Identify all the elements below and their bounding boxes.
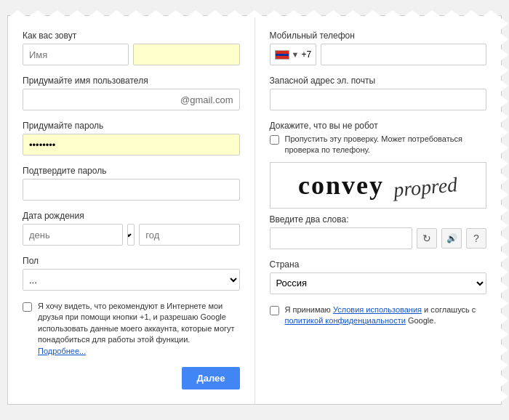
social-link[interactable]: Подробнее... bbox=[38, 347, 86, 355]
torn-edge bbox=[498, 16, 508, 404]
audio-icon: 🔊 bbox=[446, 233, 457, 243]
confirm-label: Подтвердите пароль bbox=[23, 166, 240, 176]
backup-email-input[interactable] bbox=[270, 89, 487, 110]
russia-flag-icon bbox=[275, 50, 289, 60]
phone-label: Мобильный телефон bbox=[270, 31, 487, 41]
captcha-help-button[interactable]: ? bbox=[466, 228, 486, 249]
social-checkbox[interactable] bbox=[23, 302, 32, 312]
username-label: Придумайте имя пользователя bbox=[23, 76, 240, 86]
terms-text: Я принимаю Условия использования и согла… bbox=[285, 304, 487, 327]
gender-select[interactable]: ... Мужской Женский bbox=[23, 269, 240, 291]
backup-email-label: Запасной адрес эл. почты bbox=[270, 76, 487, 86]
birth-day-input[interactable] bbox=[23, 224, 123, 246]
terms-link1[interactable]: Условия использования bbox=[333, 305, 422, 314]
country-select[interactable]: Россия США Германия Франция Другая bbox=[270, 272, 487, 294]
next-button[interactable]: Далее bbox=[182, 367, 239, 389]
captcha-audio-button[interactable]: 🔊 bbox=[441, 228, 462, 249]
gender-label: Пол bbox=[23, 256, 240, 266]
terms-checkbox[interactable] bbox=[270, 306, 279, 315]
social-text: Я хочу видеть, что рекомендуют в Интерне… bbox=[38, 301, 240, 357]
name-label: Как вас зовут bbox=[23, 31, 240, 41]
confirm-input[interactable] bbox=[23, 179, 240, 201]
password-label: Придумайте пароль bbox=[23, 121, 240, 131]
captcha-image: convey propred bbox=[270, 162, 487, 209]
captcha-word2: propred bbox=[393, 173, 459, 202]
skip-captcha-checkbox[interactable] bbox=[270, 135, 279, 145]
birth-label: Дата рождения bbox=[23, 211, 240, 221]
captcha-refresh-button[interactable]: ↻ bbox=[417, 228, 437, 249]
birth-year-input[interactable] bbox=[139, 224, 239, 246]
terms-link2[interactable]: политикой конфиденциальности bbox=[285, 316, 406, 325]
first-name-input[interactable] bbox=[23, 44, 129, 65]
last-name-input[interactable] bbox=[133, 44, 239, 65]
captcha-section-label: Докажите, что вы не робот bbox=[270, 121, 487, 131]
skip-captcha-text: Пропустить эту проверку. Может потребова… bbox=[285, 134, 487, 156]
country-label: Страна bbox=[270, 259, 487, 270]
phone-input[interactable] bbox=[321, 44, 486, 65]
refresh-icon: ↻ bbox=[422, 233, 431, 244]
phone-prefix-button[interactable]: ▼ +7 bbox=[270, 44, 317, 65]
help-icon: ? bbox=[473, 233, 479, 244]
captcha-input-label: Введите два слова: bbox=[270, 214, 487, 225]
captcha-word1: convey bbox=[298, 170, 384, 201]
gmail-suffix: @gmail.com bbox=[180, 94, 239, 105]
captcha-input[interactable] bbox=[270, 227, 413, 249]
phone-prefix-text: +7 bbox=[301, 49, 311, 60]
username-input[interactable] bbox=[23, 89, 180, 110]
birth-month-select[interactable]: месяц Январь Февраль Март Апрель Май Июн… bbox=[127, 224, 135, 246]
password-input[interactable] bbox=[23, 134, 240, 156]
